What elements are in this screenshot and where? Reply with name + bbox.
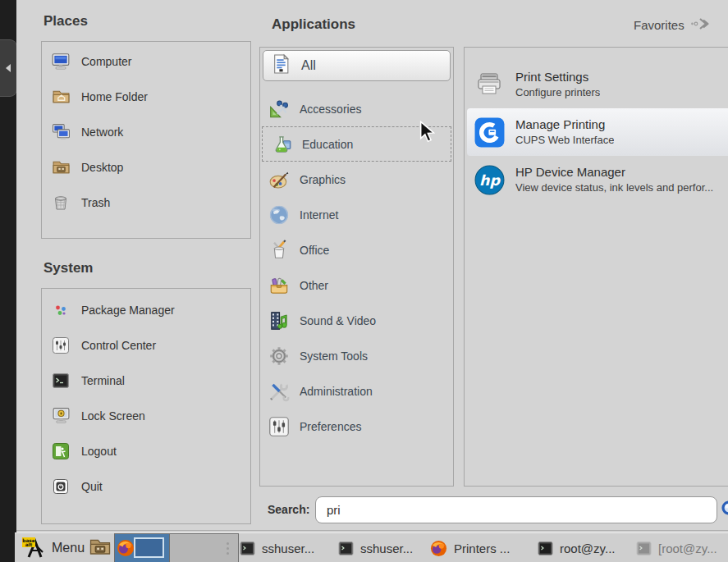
app-item-manage-printing[interactable]: Manage Printing CUPS Web Interface	[467, 108, 728, 156]
category-sound-video[interactable]: Sound & Video	[260, 303, 453, 338]
window-outline-icon	[134, 537, 164, 558]
internet-icon	[268, 204, 290, 226]
system-item-label: Quit	[81, 480, 103, 493]
system-item-package-manager[interactable]: Package Manager	[42, 292, 250, 327]
terminal-icon	[338, 541, 354, 556]
workspace-1-active[interactable]	[115, 534, 169, 562]
places-item-trash[interactable]: Trash	[42, 185, 250, 220]
desktop-folder-icon	[89, 536, 112, 560]
category-administration[interactable]: Administration	[260, 373, 453, 409]
category-label: Graphics	[300, 173, 346, 186]
app-item-text: Manage Printing CUPS Web Interface	[515, 116, 614, 148]
menu-button-label: Menu	[52, 541, 85, 555]
cups-icon	[474, 117, 505, 148]
administration-icon	[268, 381, 290, 402]
trash-icon	[50, 192, 71, 213]
panel-hide-tab[interactable]	[0, 39, 17, 97]
bottom-panel: basealt Menu sshuser... sshuser... Print…	[15, 532, 728, 562]
category-graphics[interactable]: Graphics	[260, 162, 453, 197]
places-item-computer[interactable]: Computer	[42, 43, 250, 79]
taskbar-window-label: Printers ...	[454, 541, 510, 555]
system-tools-icon	[268, 345, 290, 367]
other-icon	[268, 275, 290, 296]
workspace-switcher[interactable]	[114, 533, 239, 562]
svg-text:alt: alt	[25, 542, 33, 547]
control-center-icon	[50, 335, 71, 356]
search-icon[interactable]	[720, 499, 728, 521]
menu-button[interactable]: basealt Menu	[19, 533, 87, 562]
category-preferences[interactable]: Preferences	[260, 409, 453, 444]
category-label: Internet	[300, 208, 338, 222]
preferences-icon	[268, 416, 290, 437]
terminal-icon	[636, 541, 652, 556]
places-item-label: Home Folder	[81, 90, 148, 103]
places-item-label: Network	[81, 126, 123, 139]
system-item-logout[interactable]: Logout	[42, 433, 250, 468]
system-item-label: Control Center	[81, 339, 156, 352]
quit-icon	[50, 476, 71, 497]
taskbar-window-sshuser-2[interactable]: sshuser...	[338, 533, 435, 562]
terminal-icon	[50, 370, 71, 391]
category-label: Other	[300, 279, 328, 292]
category-label: Administration	[300, 385, 373, 398]
printer-icon	[474, 69, 505, 100]
search-input[interactable]	[315, 496, 717, 523]
system-item-label: Terminal	[81, 374, 125, 387]
sound-video-icon	[268, 310, 290, 331]
app-item-text: Print Settings Configure printers	[515, 68, 600, 100]
app-item-hp-device-manager[interactable]: hp HP Device Manager View device status,…	[467, 156, 728, 203]
taskbar-window-root-minimized[interactable]: [root@zy...	[636, 533, 728, 562]
all-applications-icon	[271, 53, 291, 78]
svg-text:hp: hp	[479, 172, 501, 189]
system-item-quit[interactable]: Quit	[42, 468, 250, 504]
system-item-lock-screen[interactable]: Lock Screen	[42, 398, 250, 433]
category-label: Office	[300, 244, 329, 257]
favorites-link[interactable]: Favorites	[634, 17, 711, 33]
firefox-icon	[430, 541, 447, 556]
taskbar-window-root[interactable]: root@zy...	[538, 533, 634, 562]
taskbar-window-label: sshuser...	[360, 541, 413, 555]
system-item-terminal[interactable]: Terminal	[42, 363, 250, 398]
app-item-subtitle: View device status, ink levels and perfo…	[515, 180, 713, 195]
category-internet[interactable]: Internet	[260, 197, 453, 232]
app-item-title: Print Settings	[515, 68, 600, 85]
app-item-subtitle: Configure printers	[515, 85, 600, 100]
collapse-arrow-icon	[6, 64, 11, 72]
places-title: Places	[43, 13, 88, 30]
category-label: Education	[302, 138, 353, 151]
desktop-folder-launcher[interactable]	[89, 533, 112, 562]
taskbar-window-printers[interactable]: Printers ...	[430, 533, 535, 562]
category-other[interactable]: Other	[260, 267, 453, 303]
system-item-label: Package Manager	[81, 304, 175, 317]
system-item-label: Logout	[81, 445, 117, 458]
package-manager-icon	[50, 299, 71, 321]
main-menu: Places Computer Home Folder Network Desk…	[16, 0, 728, 531]
category-label: Sound & Video	[300, 314, 376, 327]
taskbar-window-sshuser-1[interactable]: sshuser...	[240, 533, 337, 562]
places-item-home[interactable]: Home Folder	[42, 79, 250, 114]
category-office[interactable]: Office	[260, 232, 453, 267]
places-item-desktop[interactable]: Desktop	[42, 149, 250, 185]
application-results-list: Print Settings Configure printers Manage…	[464, 47, 728, 487]
app-item-text: HP Device Manager View device status, in…	[515, 163, 713, 195]
category-list: All Accessories Education Graphics Inter…	[259, 47, 454, 487]
taskbar-window-label: root@zy...	[560, 541, 615, 555]
distro-logo-icon: basealt	[21, 534, 46, 562]
app-item-print-settings[interactable]: Print Settings Configure printers	[467, 61, 728, 108]
category-label: Accessories	[300, 103, 361, 116]
lock-screen-icon	[50, 405, 71, 427]
accessories-icon	[268, 98, 290, 120]
system-item-control-center[interactable]: Control Center	[42, 327, 250, 363]
desktop-edge	[0, 0, 16, 562]
category-all[interactable]: All	[263, 50, 451, 81]
applications-title: Applications	[272, 16, 355, 33]
office-icon	[268, 240, 290, 261]
hp-icon: hp	[474, 164, 505, 195]
places-item-label: Computer	[81, 55, 131, 68]
app-item-subtitle: CUPS Web Interface	[515, 133, 614, 148]
places-item-label: Trash	[81, 196, 110, 209]
panel-applet-handle[interactable]	[227, 533, 229, 562]
places-item-network[interactable]: Network	[42, 114, 250, 149]
taskbar-window-label: sshuser...	[262, 541, 314, 555]
category-system-tools[interactable]: System Tools	[260, 338, 453, 373]
